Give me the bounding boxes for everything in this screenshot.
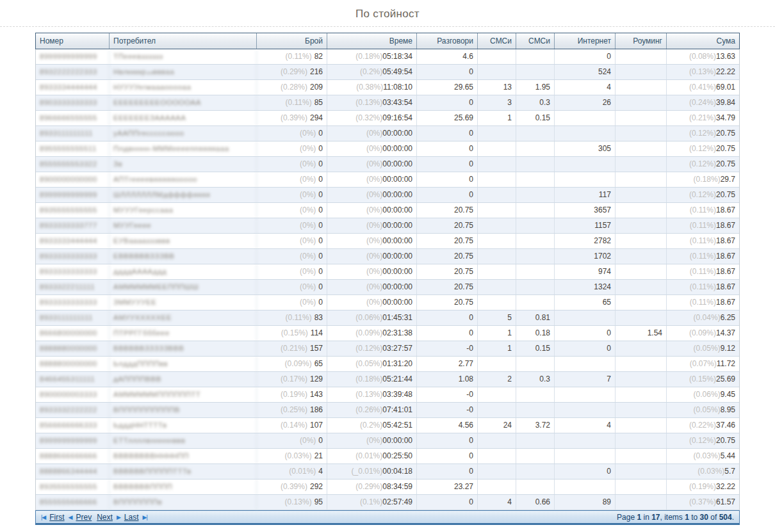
- cell-razgovori: 2.77: [417, 357, 478, 371]
- last-page-icon[interactable]: ▶|: [143, 514, 147, 520]
- column-header-sms-amount[interactable]: СМСи: [516, 33, 555, 49]
- cell-sms-count: 24: [478, 418, 516, 433]
- table-row: 8566666666333ЬдддННТТТТв(0.14%)107(0.2%)…: [36, 418, 739, 433]
- cell-sms-amount: [516, 433, 555, 448]
- cell-sms-count: [478, 280, 516, 294]
- cell-sms-count: [478, 464, 516, 479]
- cell-vreme: (0%)00:00:00: [327, 188, 417, 202]
- cell-vreme-value: 01:31:20: [382, 359, 412, 368]
- cell-suma-percent: (0.03%): [694, 451, 721, 460]
- column-header-internet[interactable]: Интернет: [555, 33, 616, 49]
- cell-suma-percent: (0.04%): [694, 313, 721, 322]
- cell-suma: (0.12%)20.75: [667, 157, 739, 172]
- cell-number: 8966666555555: [36, 111, 110, 125]
- cell-vreme: (0.01%)00:25:50: [327, 449, 417, 463]
- cell-broy: (0%)0: [257, 188, 327, 202]
- cell-vreme: (0.26%)07:41:01: [327, 403, 417, 417]
- cell-vreme-value: 00:00:00: [382, 144, 412, 153]
- cell-vreme-value: 00:00:00: [382, 221, 412, 230]
- cell-number: 8933111111111: [36, 126, 110, 141]
- cell-sms-amount: [516, 49, 555, 64]
- cell-vreme-percent: (0.12%): [355, 344, 382, 353]
- cell-sms-count: [478, 357, 516, 371]
- next-page-icon[interactable]: ▶: [117, 514, 120, 520]
- cell-broy: (0%)0: [257, 249, 327, 264]
- cell-sms-count: 1: [478, 341, 516, 356]
- cell-vreme-percent: (0%): [366, 267, 382, 276]
- table-row: 8933333333777МУУГееее(0%)0(0%)00:00:0020…: [36, 218, 739, 234]
- cell-broy-value: 0: [318, 190, 323, 199]
- cell-number: 8999999999999: [36, 188, 110, 202]
- cell-suma-value: 18.67: [716, 206, 735, 214]
- cell-broy: (0%)0: [257, 433, 327, 448]
- cell-roaming: 1.54: [616, 326, 667, 341]
- column-header-roaming[interactable]: Роуминг: [616, 33, 667, 49]
- cell-vreme-value: 00:00:00: [382, 236, 412, 245]
- column-header-vreme[interactable]: Време: [327, 33, 417, 49]
- cell-sms-amount: 0.66: [516, 495, 555, 510]
- cell-suma: (0.22%)37.46: [667, 418, 739, 433]
- cell-sms-count: 13: [478, 80, 516, 95]
- cell-broy: (0%)0: [257, 203, 327, 218]
- cell-internet: 7: [555, 372, 616, 387]
- cell-number: 8888800000000: [36, 357, 110, 371]
- first-page-link[interactable]: First: [49, 513, 64, 522]
- cell-roaming: [616, 264, 667, 279]
- cell-broy: (0.11%)82: [257, 49, 327, 64]
- prev-page-link[interactable]: Prev: [76, 513, 92, 522]
- cell-suma-value: 18.67: [716, 221, 735, 230]
- cell-broy-percent: (0.25%): [281, 405, 307, 414]
- cell-internet: [555, 387, 616, 402]
- cell-vreme-value: 00:00:00: [382, 175, 412, 184]
- cell-internet: [555, 403, 616, 417]
- table-row: 8933332222222ВППППППППППВ(0.25%)186(0.26…: [36, 403, 739, 418]
- cell-number: 8933111111111: [36, 310, 110, 325]
- cell-razgovori: 4.6: [417, 49, 478, 64]
- column-header-razgovori[interactable]: Разговори: [417, 33, 478, 49]
- page-info-word: , items: [660, 513, 685, 522]
- cell-suma-percent: (0.12%): [689, 436, 716, 445]
- grid-body: 8999999999999ТПееевзззззз(0.11%)82(0.18%…: [35, 49, 740, 510]
- table-row: 8888666666666ВВВВВВВВННННПП(0.03%)21(0.0…: [36, 449, 739, 464]
- cell-vreme-percent: (0%): [366, 252, 382, 261]
- cell-broy-percent: (0.28%): [281, 83, 307, 92]
- table-row: 8932222222333Нвлккккрددввваа(0.29%)216(0…: [36, 65, 739, 80]
- pager-bar: |◀ First ◀ Prev Next ▶ Last ▶| Page 1 in…: [35, 510, 740, 525]
- cell-sms-count: [478, 188, 516, 202]
- cell-broy: (0%)0: [257, 264, 327, 279]
- cell-consumer: ШЛЛЛЛЛЛЛМдффффяяяя: [110, 188, 257, 202]
- cell-broy-value: 294: [310, 113, 323, 122]
- cell-suma-percent: (0.05%): [694, 405, 721, 414]
- cell-consumer: АМУУХХХХХЕЕ: [110, 310, 257, 325]
- cell-sms-amount: 3.72: [516, 418, 555, 433]
- cell-suma-value: 14.37: [716, 328, 735, 337]
- first-page-icon[interactable]: |◀: [41, 514, 45, 520]
- prev-page-icon[interactable]: ◀: [69, 514, 72, 520]
- cell-suma-value: 20.75: [716, 144, 735, 153]
- cell-vreme-value: 00:04:18: [382, 467, 412, 476]
- cell-consumer: ЕВВВВВВЗЗЗВВ: [110, 249, 257, 264]
- cell-broy-percent: (0.17%): [281, 375, 307, 383]
- cell-vreme-percent: (0.1%): [360, 497, 382, 506]
- column-header-suma[interactable]: Сума: [667, 33, 739, 49]
- cell-internet: 0: [555, 341, 616, 356]
- cell-sms-amount: [516, 188, 555, 202]
- cell-consumer: Плдвнннн-МММееееппяяяяааа: [110, 141, 257, 156]
- cell-broy-percent: (0.19%): [281, 390, 307, 399]
- column-header-broy[interactable]: Брой: [257, 33, 327, 49]
- cell-broy-value: 83: [314, 313, 323, 322]
- cell-number: 8566666666333: [36, 418, 110, 433]
- cell-broy-value: 209: [310, 83, 323, 92]
- cell-consumer: ЕТТллллвнннннввв: [110, 433, 257, 448]
- column-header-sms-count[interactable]: СМСи: [478, 33, 516, 49]
- column-header-consumer[interactable]: Потребител: [110, 33, 257, 49]
- items-to: 30: [700, 513, 708, 522]
- cell-broy-percent: (0%): [300, 252, 316, 261]
- cell-sms-amount: [516, 234, 555, 248]
- cell-broy-value: 95: [314, 497, 323, 506]
- cell-sms-amount: [516, 65, 555, 79]
- next-page-link[interactable]: Next: [97, 513, 113, 522]
- column-header-number[interactable]: Номер: [36, 33, 110, 49]
- last-page-link[interactable]: Last: [124, 513, 139, 522]
- cell-suma-percent: (0.11%): [690, 298, 716, 307]
